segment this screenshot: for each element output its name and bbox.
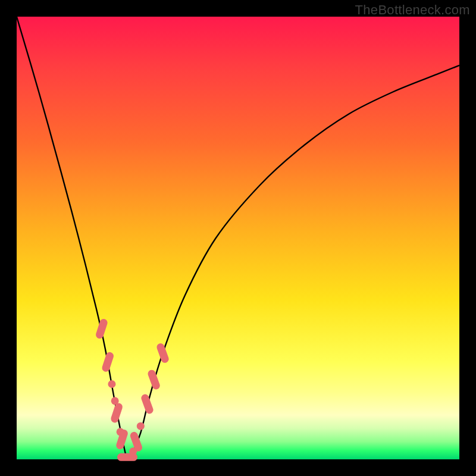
curve-marker xyxy=(101,351,115,372)
watermark-text: TheBottleneck.com xyxy=(355,2,470,18)
curve-marker xyxy=(137,422,145,430)
chart-frame: TheBottleneck.com xyxy=(0,0,476,476)
curve-marker xyxy=(110,402,124,424)
curve-marker xyxy=(108,380,115,388)
bottleneck-curve-line xyxy=(17,17,459,460)
curve-markers xyxy=(95,318,170,461)
curve-marker xyxy=(147,369,161,390)
curve-marker xyxy=(140,393,155,415)
plot-area xyxy=(17,17,459,459)
curve-marker xyxy=(156,342,170,364)
curve-marker xyxy=(95,318,108,339)
chart-svg xyxy=(17,17,459,459)
